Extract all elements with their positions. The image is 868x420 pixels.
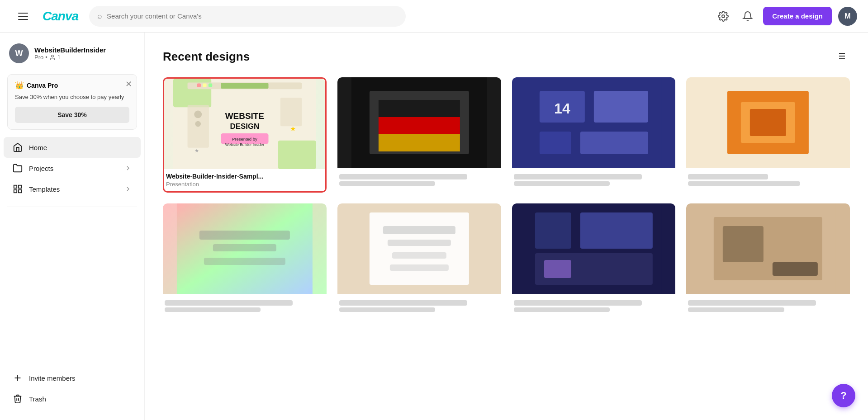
design-thumb-8 bbox=[686, 203, 850, 294]
svg-rect-19 bbox=[203, 84, 206, 87]
sidebar-item-projects[interactable]: Projects bbox=[4, 158, 141, 179]
svg-text:14: 14 bbox=[554, 100, 570, 117]
svg-rect-36 bbox=[379, 117, 460, 134]
svg-rect-53 bbox=[370, 212, 469, 285]
svg-rect-65 bbox=[723, 226, 764, 262]
gear-icon bbox=[718, 11, 729, 22]
body-layout: W WebsiteBuilderInsider Pro • 1 ✕ 👑 Canv… bbox=[0, 33, 868, 420]
dot-separator: • bbox=[45, 54, 47, 61]
svg-rect-30 bbox=[280, 98, 302, 126]
search-bar: ⌕ bbox=[89, 6, 406, 27]
design-thumb-7 bbox=[512, 203, 676, 294]
chevron-right-icon-templates bbox=[124, 185, 132, 193]
promo-title: 👑 Canva Pro bbox=[15, 81, 129, 90]
svg-rect-2 bbox=[14, 185, 17, 188]
svg-text:★: ★ bbox=[194, 148, 199, 153]
svg-rect-60 bbox=[580, 212, 652, 249]
sidebar-item-home[interactable]: Home bbox=[4, 137, 141, 158]
settings-button[interactable] bbox=[714, 7, 732, 25]
design-card-subtitle-blur-3 bbox=[514, 181, 610, 186]
svg-rect-50 bbox=[213, 244, 276, 251]
svg-point-31 bbox=[194, 111, 202, 118]
design-card-info-8 bbox=[686, 294, 850, 316]
design-card-6[interactable] bbox=[337, 203, 501, 316]
page-title: Recent designs bbox=[163, 50, 250, 64]
design-card-subtitle-blur-4 bbox=[688, 181, 800, 186]
design-thumb-4 bbox=[686, 77, 850, 168]
sidebar-item-invite[interactable]: Invite members bbox=[4, 368, 141, 388]
templates-icon bbox=[13, 184, 23, 194]
promo-save-button[interactable]: Save 30% bbox=[15, 107, 129, 123]
design-card-subtitle-blur-7 bbox=[514, 307, 610, 312]
user-plan: Pro bbox=[34, 54, 43, 61]
svg-rect-37 bbox=[379, 134, 460, 151]
design-card-title-blur-4 bbox=[688, 174, 768, 179]
design-card-info-4 bbox=[686, 168, 850, 189]
design-card-title-blur-7 bbox=[514, 300, 642, 306]
design-card-subtitle-blur-5 bbox=[165, 307, 261, 312]
design-card-subtitle-blur-8 bbox=[688, 307, 784, 312]
svg-rect-47 bbox=[750, 109, 786, 136]
design-card-title-1: Website-Builder-Insider-Sampl... bbox=[166, 173, 323, 180]
design-card-2[interactable] bbox=[337, 77, 501, 193]
design-card-3[interactable]: 14 bbox=[512, 77, 676, 193]
view-toggle-button[interactable] bbox=[832, 47, 850, 66]
svg-rect-18 bbox=[197, 84, 201, 87]
design-card-7[interactable] bbox=[512, 203, 676, 316]
svg-rect-40 bbox=[593, 91, 648, 123]
design-card-1[interactable]: WEBSITE DESIGN Presented by Website Buil… bbox=[163, 77, 327, 193]
design-card-title-blur-6 bbox=[339, 300, 467, 306]
design-card-info-7 bbox=[512, 294, 676, 316]
main-header: Recent designs bbox=[163, 47, 850, 66]
user-info: WebsiteBuilderInsider Pro • 1 bbox=[34, 46, 106, 61]
main-content: Recent designs bbox=[145, 33, 868, 420]
avatar[interactable]: M bbox=[838, 7, 857, 26]
design-thumb-6 bbox=[337, 203, 501, 294]
search-input[interactable] bbox=[107, 12, 398, 20]
design-card-subtitle-1: Presentation bbox=[166, 181, 323, 188]
svg-rect-21 bbox=[221, 83, 268, 89]
design-card-4[interactable] bbox=[686, 77, 850, 193]
user-section: W WebsiteBuilderInsider Pro • 1 bbox=[0, 40, 144, 71]
trash-label: Trash bbox=[29, 395, 46, 403]
svg-point-32 bbox=[195, 121, 201, 127]
sidebar-item-trash[interactable]: Trash bbox=[4, 388, 141, 409]
design-card-title-blur-5 bbox=[165, 300, 293, 306]
promo-title-text: Canva Pro bbox=[27, 82, 58, 89]
nav-divider bbox=[7, 207, 137, 207]
design-card-subtitle-blur-6 bbox=[339, 307, 435, 312]
home-icon bbox=[13, 142, 23, 152]
help-button[interactable]: ? bbox=[832, 384, 855, 407]
hamburger-menu-button[interactable] bbox=[11, 5, 35, 27]
svg-rect-57 bbox=[390, 264, 449, 271]
user-meta: Pro • 1 bbox=[34, 54, 106, 61]
svg-rect-62 bbox=[544, 260, 571, 278]
promo-close-button[interactable]: ✕ bbox=[125, 79, 132, 89]
design-card-5[interactable] bbox=[163, 203, 327, 316]
design-card-info-5 bbox=[163, 294, 327, 316]
design-grid: WEBSITE DESIGN Presented by Website Buil… bbox=[163, 77, 850, 316]
svg-text:WEBSITE: WEBSITE bbox=[225, 111, 264, 121]
canva-logo: Canva bbox=[43, 9, 78, 24]
create-design-button[interactable]: Create a design bbox=[763, 7, 832, 25]
design-card-info-3 bbox=[512, 168, 676, 189]
svg-rect-55 bbox=[388, 240, 451, 246]
sidebar-item-templates[interactable]: Templates bbox=[4, 179, 141, 199]
design-card-info-1: Website-Builder-Insider-Sampl... Present… bbox=[164, 169, 325, 191]
svg-rect-56 bbox=[392, 252, 446, 259]
design-card-8[interactable] bbox=[686, 203, 850, 316]
plus-icon bbox=[13, 373, 23, 383]
sidebar: W WebsiteBuilderInsider Pro • 1 ✕ 👑 Canv… bbox=[0, 33, 145, 420]
user-avatar: W bbox=[9, 43, 29, 63]
svg-rect-41 bbox=[539, 132, 571, 154]
trash-icon bbox=[13, 394, 23, 404]
svg-rect-51 bbox=[204, 258, 285, 265]
design-thumb-5 bbox=[163, 203, 327, 294]
topnav-right: Create a design M bbox=[714, 7, 857, 26]
notifications-button[interactable] bbox=[739, 7, 757, 25]
svg-point-1 bbox=[51, 55, 53, 57]
person-icon bbox=[49, 54, 56, 61]
svg-rect-5 bbox=[19, 190, 21, 193]
search-icon: ⌕ bbox=[97, 11, 102, 21]
svg-rect-59 bbox=[535, 212, 571, 249]
